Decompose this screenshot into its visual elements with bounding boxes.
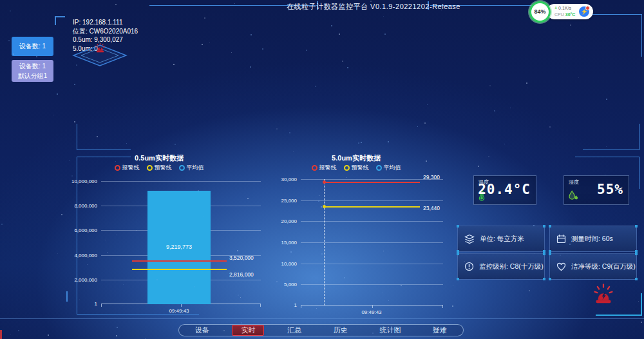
x-axis-tick [301,305,301,308]
nav-tab-realtime[interactable]: 实时 [232,325,264,336]
chart1-legend[interactable]: 报警线预警线平均值 [82,164,236,172]
panel-bottom-left-h [77,314,199,315]
cpu-row: CPU 36°C [554,12,575,18]
star-decoration [262,48,263,50]
star-decoration [1,224,3,225]
measure-time-text: 测量时间: 60s [571,235,613,244]
legend-dot-icon [312,165,317,171]
x-axis-tick [181,304,182,307]
y-axis-tick-label: 5,000 [254,282,297,287]
nav-tab-statistics[interactable]: 统计图 [370,325,410,336]
star-decoration [234,3,235,4]
legend-label: 平均值 [384,164,401,172]
star-decoration [74,121,75,122]
x-axis-tick [372,305,373,308]
star-decoration [53,115,53,115]
legend-item[interactable]: 报警线 [115,164,140,172]
legend-label: 报警线 [122,164,140,172]
legend-item[interactable]: 平均值 [376,164,401,172]
star-decoration [529,290,530,291]
monitor-level-card: 监控级别: C8(十万级) [457,253,545,280]
y-axis-tick-label: 10,000 [254,261,297,267]
star-decoration [453,286,453,286]
particle-monitor-dashboard: 在线粒子计数器监控平台 V0.1.9-20221202-Release 84% … [0,0,644,339]
legend-dot-icon [179,165,185,171]
grid-line [301,284,443,285]
chart-50um-plot: 30,00025,00020,00015,00010,0005,000109:4… [301,179,443,305]
grid-line [301,242,443,243]
star-decoration [117,327,118,328]
droplet-icon [568,190,578,201]
net-up-icon: + [554,6,557,10]
y-axis-tick-label: 15,000 [254,240,297,246]
alarm-line-marker [323,180,326,184]
star-decoration [231,52,232,53]
clean-level-card: 洁净等级: C9(百万级) [549,253,637,280]
nav-tab-issues[interactable]: 疑难 [424,325,456,336]
star-decoration [358,142,359,144]
clean-level-text: 洁净等级: C9(百万级) [571,262,636,271]
nav-tab-history[interactable]: 历史 [325,325,357,336]
memory-percent-badge[interactable]: 84% [529,1,551,23]
unit-text: 单位: 每立方米 [480,235,524,244]
temperature-panel: 温度 20.4°C [473,175,536,205]
clean-level-icon [556,262,566,271]
star-decoration [606,146,607,147]
device-location: 位置: CW6O2020A016 [73,27,138,36]
corner-bottom-right-h [596,315,642,316]
star-decoration [331,25,332,26]
bottom-left-red-tick [0,330,2,339]
star-decoration [489,85,491,86]
star-decoration [74,84,75,85]
alarm-line [324,182,420,183]
legend-dot-icon [147,165,153,171]
legend-label: 报警线 [319,164,337,172]
device-ip: IP: 192.168.1.111 [73,18,138,27]
chart-05um-plot: 10,000,0008,000,0006,000,0004,000,0002,0… [101,181,261,304]
star-decoration [494,110,495,111]
legend-item[interactable]: 预警线 [147,164,172,172]
star-decoration [638,301,639,302]
system-monitor-widget[interactable]: 84% + 0.1K/s CPU 36°C ⚡ [529,3,593,21]
warning-line [132,269,227,270]
star-decoration [57,93,58,95]
star-decoration [315,86,316,87]
nav-tab-summary[interactable]: 汇总 [278,325,310,336]
extension-icon[interactable]: ⚡ [579,6,589,17]
panel-right-h1 [583,150,639,150]
axis-pointer-dashed-line [324,179,325,305]
star-decoration [342,61,343,62]
star-decoration [204,17,205,19]
grid-line [101,181,261,182]
legend-item[interactable]: 平均值 [179,164,204,172]
y-axis-tick-label: 8,000,000 [55,203,97,209]
default-group-button[interactable]: 设备数: 1 默认分组1 [12,60,53,82]
humidity-label: 湿度 [569,179,579,186]
net-speed-row: + 0.1K/s [554,5,575,12]
net-speed-value: 0.1K/s [558,6,571,10]
nav-tab-devices[interactable]: 设备 [186,325,218,336]
legend-item[interactable]: 报警线 [312,164,337,172]
star-decoration [346,177,346,178]
alarm-siren-icon[interactable] [592,284,614,305]
device-node-diamond[interactable] [72,41,128,67]
star-decoration [478,166,479,167]
device-count-button[interactable]: 设备数: 1 [12,37,53,56]
star-decoration [361,142,362,143]
star-decoration [427,104,428,105]
x-axis-tick [101,304,102,307]
layers-icon [464,234,475,244]
page-title: 在线粒子计数器监控平台 V0.1.9-20221202-Release [258,2,489,12]
chart2-legend[interactable]: 报警线预警线平均值 [279,164,433,172]
star-decoration [175,144,176,145]
panel-left-v1 [77,124,77,150]
legend-label: 平均值 [187,164,204,172]
star-decoration [570,24,571,26]
legend-item[interactable]: 预警线 [344,164,369,172]
system-stats-pill[interactable]: + 0.1K/s CPU 36°C ⚡ [547,4,593,19]
star-decoration [426,160,427,162]
star-decoration [116,335,117,336]
star-decoration [10,10,11,12]
humidity-panel: 湿度 55% [564,175,629,205]
star-decoration [10,334,11,335]
